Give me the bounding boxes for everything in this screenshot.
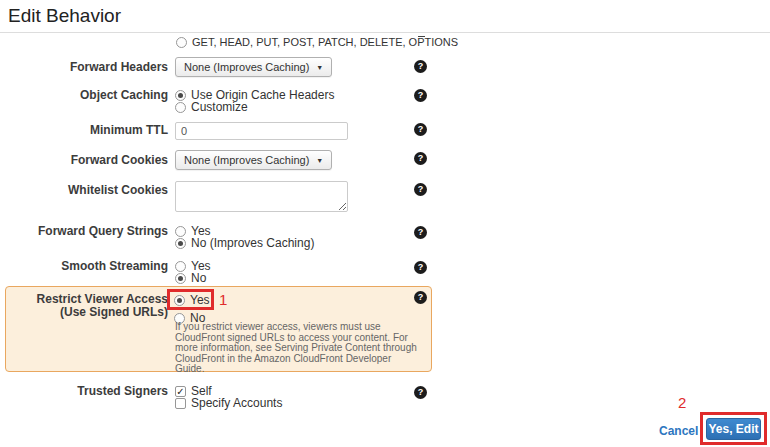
whitelist-cookies-textarea[interactable] xyxy=(175,181,348,212)
minimum-ttl-help-icon[interactable]: ? xyxy=(414,123,427,136)
checkbox-checked-icon: ✓ xyxy=(175,386,186,397)
chevron-down-icon: ▼ xyxy=(316,157,323,164)
dropdown-value: None (Improves Caching) xyxy=(184,154,309,166)
forward-headers-dropdown[interactable]: None (Improves Caching) ▼ xyxy=(175,57,332,77)
checkbox-label: Specify Accounts xyxy=(191,396,282,410)
radio-object-caching-customize[interactable]: Customize xyxy=(175,100,248,114)
smooth-streaming-help-icon[interactable]: ? xyxy=(414,261,427,274)
minimum-ttl-input[interactable] xyxy=(175,122,348,140)
radio-icon xyxy=(175,273,186,284)
radio-icon xyxy=(175,226,186,237)
minimum-ttl-label: Minimum TTL xyxy=(0,124,168,137)
radio-label: No (Improves Caching) xyxy=(191,236,314,250)
overflow-dash-icon xyxy=(418,36,425,37)
forward-cookies-help-icon[interactable]: ? xyxy=(414,152,427,165)
radio-icon xyxy=(175,90,186,101)
radio-icon xyxy=(175,261,186,272)
chevron-down-icon: ▼ xyxy=(316,64,323,71)
dropdown-value: None (Improves Caching) xyxy=(184,61,309,73)
restrict-viewer-access-help-text: If you restrict viewer access, viewers m… xyxy=(175,322,423,375)
forward-cookies-dropdown[interactable]: None (Improves Caching) ▼ xyxy=(175,150,332,170)
cancel-link[interactable]: Cancel xyxy=(659,424,698,438)
radio-icon xyxy=(176,37,187,48)
annotation-box-step2: Yes, Edit xyxy=(700,412,767,445)
forward-query-strings-help-icon[interactable]: ? xyxy=(414,226,427,239)
forward-headers-label: Forward Headers xyxy=(0,61,168,74)
annotation-step1-number: 1 xyxy=(219,291,227,308)
radio-smooth-streaming-no[interactable]: No xyxy=(175,271,206,285)
forward-cookies-label: Forward Cookies xyxy=(0,154,168,167)
checkbox-icon xyxy=(175,398,186,409)
restrict-viewer-access-sublabel: (Use Signed URLs) xyxy=(0,306,168,319)
edit-behavior-page: Edit Behavior GET, HEAD, PUT, POST, PATC… xyxy=(0,0,770,447)
checkbox-trusted-signers-specify[interactable]: Specify Accounts xyxy=(175,396,282,410)
page-title: Edit Behavior xyxy=(8,5,121,27)
radio-http-methods-all[interactable]: GET, HEAD, PUT, POST, PATCH, DELETE, OPT… xyxy=(176,36,458,48)
forward-query-strings-label: Forward Query Strings xyxy=(0,225,168,238)
radio-label: Yes xyxy=(190,293,210,307)
radio-label: GET, HEAD, PUT, POST, PATCH, DELETE, OPT… xyxy=(192,36,458,48)
object-caching-help-icon[interactable]: ? xyxy=(414,89,427,102)
radio-icon xyxy=(174,295,185,306)
annotation-step2-number: 2 xyxy=(678,394,686,411)
radio-label: Customize xyxy=(191,100,248,114)
radio-query-strings-no[interactable]: No (Improves Caching) xyxy=(175,236,314,250)
whitelist-cookies-label: Whitelist Cookies xyxy=(0,184,168,197)
forward-headers-help-icon[interactable]: ? xyxy=(414,60,427,73)
title-divider xyxy=(0,32,770,33)
whitelist-cookies-help-icon[interactable]: ? xyxy=(414,183,427,196)
radio-label: No xyxy=(191,271,206,285)
trusted-signers-label: Trusted Signers xyxy=(0,385,168,398)
radio-icon xyxy=(175,102,186,113)
yes-edit-button[interactable]: Yes, Edit xyxy=(706,418,761,440)
trusted-signers-help-icon[interactable]: ? xyxy=(414,386,427,399)
object-caching-label: Object Caching xyxy=(0,89,168,102)
radio-icon xyxy=(175,238,186,249)
smooth-streaming-label: Smooth Streaming xyxy=(0,260,168,273)
radio-restrict-access-yes[interactable]: Yes xyxy=(174,293,210,307)
restrict-viewer-access-help-icon[interactable]: ? xyxy=(414,291,427,304)
